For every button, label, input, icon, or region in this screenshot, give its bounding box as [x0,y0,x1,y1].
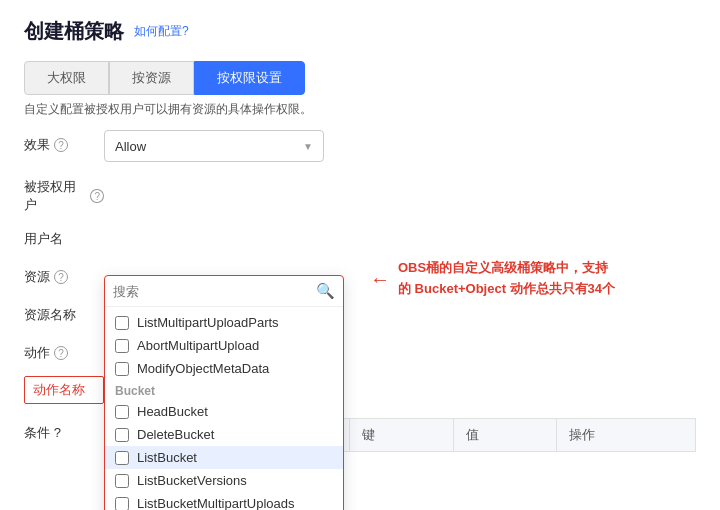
tabs-row: 大权限 按资源 按权限设置 [24,61,696,95]
tab-by-resource[interactable]: 按资源 [109,61,194,95]
effect-label: 效果 ? [24,130,104,154]
condition-help-icon[interactable]: ? [54,425,61,440]
condition-label: 条件 ? [24,418,104,442]
page-title-row: 创建桶策略 如何配置? [24,18,696,45]
effect-control: Allow ▼ [104,130,696,162]
resource-name-label: 资源名称 [24,300,104,324]
action-list: ListMultipartUploadParts AbortMultipartU… [105,307,343,510]
action-label-listbucket: ListBucket [137,450,197,465]
action-search-bar: 🔍 [105,276,343,307]
action-popup: 🔍 ListMultipartUploadParts AbortMultipar… [104,275,344,510]
action-label-listbucketmultipartuploads: ListBucketMultipartUploads [137,496,295,510]
action-item-listbucket[interactable]: ListBucket [105,446,343,469]
action-label-modifyobjectmetadata: ModifyObjectMetaData [137,361,269,376]
action-name-label: 动作名称 [24,376,104,404]
tab-description: 自定义配置被授权用户可以拥有资源的具体操作权限。 [24,101,696,118]
annotation-text: OBS桶的自定义高级桶策略中，支持的 Bucket+Object 动作总共只有3… [398,258,618,300]
effect-row: 效果 ? Allow ▼ [24,130,696,162]
authorized-user-help-icon[interactable]: ? [90,189,104,203]
tab-large-permission[interactable]: 大权限 [24,61,109,95]
username-label: 用户名 [24,224,104,248]
how-config-link[interactable]: 如何配置? [134,23,189,40]
action-item-listbucketmultipartuploads[interactable]: ListBucketMultipartUploads [105,492,343,510]
action-label-headbucket: HeadBucket [137,404,208,419]
action-item-headbucket[interactable]: HeadBucket [105,400,343,423]
action-label-deletebucket: DeleteBucket [137,427,214,442]
checkbox-headbucket[interactable] [115,405,129,419]
authorized-user-row: 被授权用户 ? [24,172,696,214]
effect-dropdown[interactable]: Allow ▼ [104,130,324,162]
username-row: 用户名 [24,224,696,252]
col-key: 键 [350,419,453,452]
action-search-input[interactable] [113,284,310,299]
checkbox-listbucket[interactable] [115,451,129,465]
action-item-modifyobjectmetadata[interactable]: ModifyObjectMetaData [105,357,343,380]
action-search-icon[interactable]: 🔍 [316,282,335,300]
action-label-listmultipartuploadparts: ListMultipartUploadParts [137,315,279,330]
authorized-user-label: 被授权用户 ? [24,172,104,214]
effect-help-icon[interactable]: ? [54,138,68,152]
col-action: 操作 [557,419,696,452]
annotation-arrow-icon: ← [370,269,390,289]
checkbox-listbucketmultipartuploads[interactable] [115,497,129,511]
resource-help-icon[interactable]: ? [54,270,68,284]
action-item-listbucketversions[interactable]: ListBucketVersions [105,469,343,492]
action-label: 动作 ? [24,338,104,362]
tab-by-permission[interactable]: 按权限设置 [194,61,305,95]
checkbox-deletebucket[interactable] [115,428,129,442]
checkbox-listmultipartuploadparts[interactable] [115,316,129,330]
annotation-box: ← OBS桶的自定义高级桶策略中，支持的 Bucket+Object 动作总共只… [370,258,618,300]
action-item-abortmultipartupload[interactable]: AbortMultipartUpload [105,334,343,357]
col-value: 值 [453,419,556,452]
effect-dropdown-arrow: ▼ [303,141,313,152]
action-label-abortmultipartupload: AbortMultipartUpload [137,338,259,353]
action-item-deletebucket[interactable]: DeleteBucket [105,423,343,446]
checkbox-listbucketversions[interactable] [115,474,129,488]
effect-value: Allow [115,139,146,154]
page-title: 创建桶策略 [24,18,124,45]
action-label-listbucketversions: ListBucketVersions [137,473,247,488]
checkbox-modifyobjectmetadata[interactable] [115,362,129,376]
checkbox-abortmultipartupload[interactable] [115,339,129,353]
action-help-icon[interactable]: ? [54,346,68,360]
resource-label: 资源 ? [24,262,104,286]
action-group-bucket: Bucket [105,380,343,400]
action-item-listmultipartuploadparts[interactable]: ListMultipartUploadParts [105,311,343,334]
